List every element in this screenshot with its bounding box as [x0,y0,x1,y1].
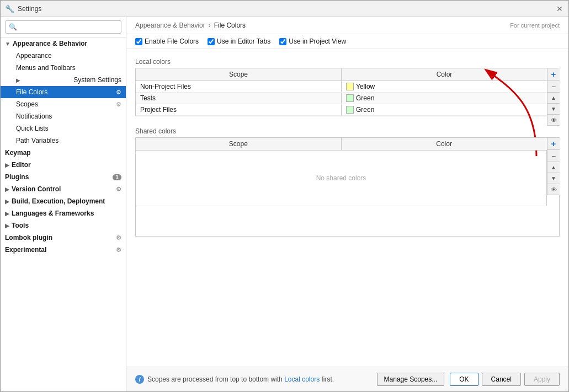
enable-file-colors-label: Enable File Colors [145,37,199,45]
table-row[interactable]: Project Files Green [136,104,547,116]
color-cell: Yellow [342,81,547,93]
experimental-icon: ⚙ [116,246,121,254]
sidebar-item-tools[interactable]: ▶ Tools [1,219,126,232]
sections-area: Local colors Scope Color [126,49,568,367]
main-content: ▼ Appearance & Behavior Appearance Menus… [1,17,568,391]
table-row[interactable]: Non-Project Files Yellow [136,81,547,93]
info-icon: i [135,375,144,384]
color-swatch [346,83,354,90]
footer: i Scopes are processed from top to botto… [126,367,568,391]
apply-button[interactable]: Apply [524,373,560,386]
chevron-right-icon: ▶ [16,77,20,83]
title-bar: 🔧 Settings ✕ [1,1,568,17]
sidebar-item-build-execution[interactable]: ▶ Build, Execution, Deployment [1,195,126,207]
chevron-right-icon-lang: ▶ [5,211,9,217]
local-add-button[interactable]: + [547,68,560,80]
sidebar: ▼ Appearance & Behavior Appearance Menus… [1,17,126,391]
cancel-button[interactable]: Cancel [482,373,521,386]
table-row[interactable]: Tests Green [136,93,547,104]
use-in-project-view-checkbox[interactable]: Use in Project View [279,37,346,45]
scopes-icon: ⚙ [116,101,121,108]
sidebar-item-system-settings[interactable]: ▶ System Settings [1,74,126,86]
sidebar-item-path-variables[interactable]: Path Variables [1,135,126,147]
footer-text: Scopes are processed from top to bottom … [147,375,334,383]
sidebar-item-languages-frameworks[interactable]: ▶ Languages & Frameworks [1,207,126,219]
breadcrumb: Appearance & Behavior › File Colors For … [126,17,568,34]
sidebar-item-version-control[interactable]: ▶ Version Control ⚙ [1,183,126,195]
ok-button[interactable]: OK [450,373,478,386]
sidebar-item-notifications[interactable]: Notifications [1,110,126,122]
lombok-icon: ⚙ [116,234,121,241]
local-eye-button[interactable]: 👁 [547,115,560,126]
chevron-right-icon-tools: ▶ [5,223,9,229]
shared-down-button[interactable]: ▼ [547,173,560,184]
sidebar-group-label: Appearance & Behavior [13,40,87,47]
footer-buttons: OK Cancel Apply [450,373,560,386]
sidebar-item-file-colors[interactable]: File Colors ⚙ [1,86,126,98]
plugins-badge: 1 [113,174,121,180]
sidebar-item-quick-lists[interactable]: Quick Lists [1,122,126,135]
shared-colors-table-wrap: Scope Color No shared colors [135,137,560,237]
shared-colors-table-container: Scope Color No shared colors [135,137,560,237]
local-colors-table: Scope Color Non-Project Files [136,68,547,116]
breadcrumb-separator: › [209,22,211,29]
enable-file-colors-checkbox[interactable]: Enable File Colors [135,37,199,45]
window-title: Settings [18,5,41,13]
shared-color-header: Color [341,138,546,151]
use-in-editor-tabs-checkbox[interactable]: Use in Editor Tabs [208,37,270,45]
chevron-right-icon-editor: ▶ [5,162,9,168]
shared-colors-table: Scope Color No shared colors [136,138,547,206]
settings-window: 🔧 Settings ✕ ▼ Appearance & Behavior App… [0,0,569,392]
scope-cell: Tests [136,93,342,104]
local-colors-table-container: Scope Color Non-Project Files [135,68,560,116]
keymap-label: Keymap [5,149,31,157]
use-in-project-view-label: Use in Project View [289,37,346,45]
local-colors-table-wrap: Scope Color Non-Project Files [135,68,560,116]
color-cell: Green [342,93,547,104]
local-up-button[interactable]: ▲ [547,93,560,104]
shared-eye-button[interactable]: 👁 [547,184,560,195]
scope-cell: Project Files [136,104,342,116]
breadcrumb-parent[interactable]: Appearance & Behavior [135,22,205,29]
sidebar-item-scopes[interactable]: Scopes ⚙ [1,98,126,110]
vc-icon: ⚙ [116,186,121,193]
chevron-down-icon: ▼ [5,41,10,47]
color-swatch [346,94,354,102]
options-bar: Enable File Colors Use in Editor Tabs Us… [126,34,568,49]
use-in-project-view-input[interactable] [279,38,286,45]
sidebar-item-keymap[interactable]: Keymap [1,147,126,159]
sidebar-item-editor[interactable]: ▶ Editor [1,159,126,171]
local-scope-header: Scope [136,68,342,81]
sidebar-item-plugins[interactable]: Plugins 1 [1,171,126,183]
use-in-editor-tabs-input[interactable] [208,38,215,45]
enable-file-colors-input[interactable] [135,38,142,45]
breadcrumb-current: File Colors [214,22,246,29]
title-bar-left: 🔧 Settings [5,4,41,13]
local-down-button[interactable]: ▼ [547,104,560,115]
local-color-header: Color [342,68,547,81]
shared-up-button[interactable]: ▲ [547,162,560,173]
scope-cell: Non-Project Files [136,81,342,93]
color-swatch [346,106,354,114]
search-box [1,17,126,37]
manage-scopes-button[interactable]: Manage Scopes... [377,373,445,386]
footer-info: i Scopes are processed from top to botto… [135,375,371,384]
app-icon: 🔧 [5,4,14,13]
search-input[interactable] [5,20,121,34]
close-button[interactable]: ✕ [555,4,564,13]
local-remove-button[interactable]: − [547,80,560,93]
no-shared-colors: No shared colors [140,152,542,204]
sidebar-group-appearance-behavior[interactable]: ▼ Appearance & Behavior [1,37,126,50]
sidebar-item-menus-toolbars[interactable]: Menus and Toolbars [1,62,126,74]
shared-remove-button[interactable]: − [547,150,560,162]
use-in-editor-tabs-label: Use in Editor Tabs [217,37,270,45]
shared-scope-header: Scope [136,138,341,151]
sidebar-item-lombok[interactable]: Lombok plugin ⚙ [1,232,126,244]
color-cell: Green [342,104,547,116]
chevron-right-icon-build: ▶ [5,198,9,205]
sidebar-item-experimental[interactable]: Experimental ⚙ [1,244,126,256]
shared-colors-title: Shared colors [135,127,560,135]
sidebar-item-appearance[interactable]: Appearance [1,50,126,62]
main-panel: Appearance & Behavior › File Colors For … [126,17,568,391]
shared-add-button[interactable]: + [547,138,560,150]
